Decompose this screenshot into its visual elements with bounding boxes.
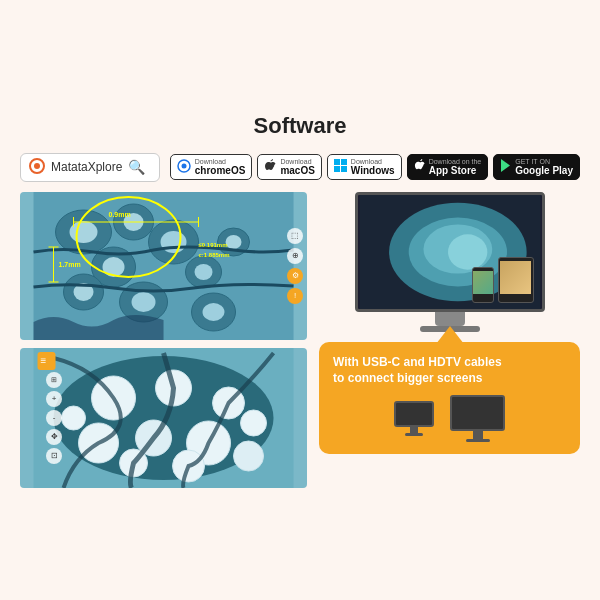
svg-point-27 xyxy=(203,303,225,321)
move-icon[interactable]: ✥ xyxy=(46,429,62,445)
settings-icon[interactable]: ⚙ xyxy=(287,268,303,284)
orange-arrow xyxy=(436,326,464,344)
phone-icon xyxy=(472,267,494,303)
windows-label: Download Windows xyxy=(351,158,395,177)
svg-point-49 xyxy=(234,441,264,471)
svg-point-50 xyxy=(62,406,86,430)
small-tv-screen xyxy=(394,401,434,427)
alert-icon[interactable]: ! xyxy=(287,288,303,304)
tablet-icon xyxy=(498,257,534,303)
monitor xyxy=(350,192,550,332)
appstore-button[interactable]: Download on the App Store xyxy=(407,154,489,181)
store-buttons-group: Download chromeOS Download macOS xyxy=(170,154,580,181)
svg-point-19 xyxy=(195,264,213,280)
svg-rect-6 xyxy=(334,166,340,172)
googleplay-button[interactable]: GET IT ON Google Play xyxy=(493,154,580,181)
right-column: With USB-C and HDTV cablesto connect big… xyxy=(319,192,580,455)
svg-text:0.9mm: 0.9mm xyxy=(109,211,131,218)
svg-text:c:1.885mm: c:1.885mm xyxy=(199,252,230,258)
search-magnifier-icon[interactable]: 🔍 xyxy=(128,159,145,175)
large-tv-base xyxy=(466,439,490,442)
measure-icon[interactable]: ⬚ xyxy=(287,228,303,244)
large-tv-stand xyxy=(473,431,483,439)
search-box[interactable]: MatataXplore 🔍 xyxy=(20,153,160,182)
googleplay-label: GET IT ON Google Play xyxy=(515,158,573,177)
monitor-stand xyxy=(435,312,465,326)
windows-button[interactable]: Download Windows xyxy=(327,154,402,181)
svg-point-23 xyxy=(132,292,156,312)
chromeos-label: Download chromeOS xyxy=(195,158,246,177)
orange-info-box: With USB-C and HDTV cablesto connect big… xyxy=(319,342,580,455)
small-tv-icon xyxy=(394,401,434,436)
monitor-wrapper xyxy=(319,192,580,332)
crop-icon[interactable]: ⊡ xyxy=(46,448,62,464)
windows-icon xyxy=(334,159,347,175)
apple-appstore-icon xyxy=(414,159,425,175)
micro-svg-bottom: ≡ xyxy=(20,348,307,488)
orange-box-text: With USB-C and HDTV cablesto connect big… xyxy=(333,354,566,388)
small-tv-base xyxy=(405,433,423,436)
svg-text:≤0.191mm: ≤0.191mm xyxy=(199,242,228,248)
plus-icon[interactable]: + xyxy=(46,391,62,407)
small-devices-overlay xyxy=(472,257,534,303)
svg-rect-7 xyxy=(341,166,347,172)
macos-button[interactable]: Download macOS xyxy=(257,154,321,181)
appstore-label: Download on the App Store xyxy=(429,158,482,177)
svg-rect-4 xyxy=(334,159,340,165)
page-title: Software xyxy=(254,113,347,139)
matata-logo-icon xyxy=(29,158,45,177)
toolbar: MatataXplore 🔍 Download chromeOS xyxy=(20,153,580,182)
bottom-image-sidebar: ⊞ + - ✥ ⊡ xyxy=(46,372,62,464)
microscope-image-bottom: ≡ ⊞ + - ✥ ⊡ xyxy=(20,348,307,488)
main-container: Software MatataXplore 🔍 xyxy=(20,113,580,488)
minus-icon[interactable]: - xyxy=(46,410,62,426)
tv-icons-row xyxy=(333,395,566,442)
svg-rect-5 xyxy=(341,159,347,165)
chromeos-icon xyxy=(177,159,191,176)
macos-label: Download macOS xyxy=(280,158,314,177)
svg-point-1 xyxy=(34,163,40,169)
chromeos-button[interactable]: Download chromeOS xyxy=(170,154,253,181)
svg-point-51 xyxy=(241,410,267,436)
large-tv-icon xyxy=(450,395,505,442)
search-app-name: MatataXplore xyxy=(51,160,122,174)
top-image-sidebar: ⬚ ⊕ ⚙ ! xyxy=(287,228,303,304)
apple-icon xyxy=(264,159,276,176)
content-row: 1.7mm 0.9mm ≤0.191mm c:1.885mm ⬚ ⊕ ⚙ xyxy=(20,192,580,488)
googleplay-icon xyxy=(500,159,511,175)
grid-icon[interactable]: ⊞ xyxy=(46,372,62,388)
left-column: 1.7mm 0.9mm ≤0.191mm c:1.885mm ⬚ ⊕ ⚙ xyxy=(20,192,307,488)
svg-point-25 xyxy=(226,235,242,249)
svg-text:≡: ≡ xyxy=(41,355,47,366)
svg-text:1.7mm: 1.7mm xyxy=(59,261,81,268)
monitor-screen xyxy=(355,192,545,312)
microscope-image-top: 1.7mm 0.9mm ≤0.191mm c:1.885mm ⬚ ⊕ ⚙ xyxy=(20,192,307,340)
micro-svg-top: 1.7mm 0.9mm ≤0.191mm c:1.885mm xyxy=(20,192,307,340)
large-tv-screen xyxy=(450,395,505,431)
zoom-icon[interactable]: ⊕ xyxy=(287,248,303,264)
svg-marker-8 xyxy=(501,159,510,172)
svg-point-3 xyxy=(181,163,186,168)
